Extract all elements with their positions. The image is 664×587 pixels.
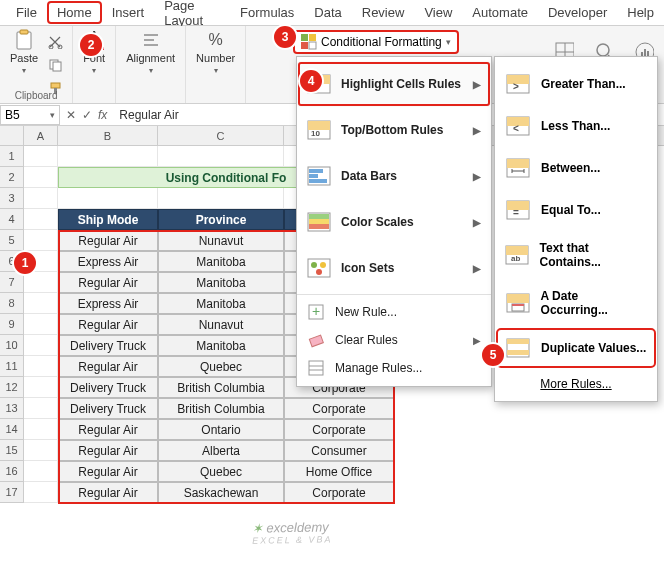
cell[interactable]: British Columbia	[158, 398, 284, 419]
cell[interactable]: Corporate	[284, 419, 394, 440]
row-header[interactable]: 17	[0, 482, 24, 503]
cell[interactable]: Alberta	[158, 440, 284, 461]
cell[interactable]	[24, 335, 58, 356]
submenu-duplicate-values[interactable]: Duplicate Values...	[495, 327, 657, 369]
cell[interactable]: Express Air	[58, 293, 158, 314]
col-header-a[interactable]: A	[24, 126, 58, 145]
row-header[interactable]: 14	[0, 419, 24, 440]
submenu-text-contains[interactable]: ab Text that Contains...	[495, 231, 657, 279]
menu-data-bars[interactable]: Data Bars ▶	[297, 153, 491, 199]
cell[interactable]	[24, 398, 58, 419]
tab-home[interactable]: Home	[47, 1, 102, 24]
cell[interactable]	[24, 314, 58, 335]
fx-enter-icon[interactable]: ✓	[82, 108, 92, 122]
cell[interactable]: Regular Air	[58, 230, 158, 251]
cell[interactable]: Corporate	[284, 482, 394, 503]
cell[interactable]	[24, 377, 58, 398]
cell[interactable]	[24, 461, 58, 482]
cell[interactable]: Saskachewan	[158, 482, 284, 503]
cell[interactable]	[24, 230, 58, 251]
cell[interactable]	[24, 293, 58, 314]
cell[interactable]: Regular Air	[58, 314, 158, 335]
cell[interactable]: Delivery Truck	[58, 398, 158, 419]
cell[interactable]: Regular Air	[58, 272, 158, 293]
cut-icon[interactable]	[46, 32, 66, 52]
cell[interactable]: Delivery Truck	[58, 335, 158, 356]
row-header[interactable]: 9	[0, 314, 24, 335]
cell[interactable]	[158, 146, 284, 167]
cell[interactable]: Quebec	[158, 461, 284, 482]
cell[interactable]: Ontario	[158, 419, 284, 440]
cell[interactable]: Regular Air	[58, 356, 158, 377]
cell[interactable]: Manitoba	[158, 251, 284, 272]
menu-highlight-cells-rules[interactable]: < Highlight Cells Rules ▶	[297, 61, 491, 107]
fx-icon[interactable]: fx	[98, 108, 107, 122]
copy-icon[interactable]	[46, 55, 66, 75]
cell[interactable]: Manitoba	[158, 335, 284, 356]
menu-color-scales[interactable]: Color Scales ▶	[297, 199, 491, 245]
tab-file[interactable]: File	[6, 1, 47, 24]
number-button[interactable]: % Number ▾	[192, 28, 239, 77]
row-header[interactable]: 15	[0, 440, 24, 461]
cell[interactable]	[158, 188, 284, 209]
tab-insert[interactable]: Insert	[102, 1, 155, 24]
row-header[interactable]: 8	[0, 293, 24, 314]
name-box[interactable]: B5▾	[0, 105, 60, 125]
cell[interactable]: Nunavut	[158, 314, 284, 335]
cell[interactable]	[24, 419, 58, 440]
cell[interactable]: Ship Mode	[58, 209, 158, 230]
menu-icon-sets[interactable]: Icon Sets ▶	[297, 245, 491, 291]
tab-help[interactable]: Help	[617, 1, 664, 24]
cell[interactable]: Express Air	[58, 251, 158, 272]
row-header[interactable]: 13	[0, 398, 24, 419]
row-header[interactable]: 7	[0, 272, 24, 293]
cell[interactable]	[24, 482, 58, 503]
row-header[interactable]: 12	[0, 377, 24, 398]
cell[interactable]: Quebec	[158, 356, 284, 377]
submenu-date-occurring[interactable]: A Date Occurring...	[495, 279, 657, 327]
fx-cancel-icon[interactable]: ✕	[66, 108, 76, 122]
submenu-less-than[interactable]: < Less Than...	[495, 105, 657, 147]
row-header[interactable]: 3	[0, 188, 24, 209]
row-header[interactable]: 1	[0, 146, 24, 167]
select-all-corner[interactable]	[0, 126, 24, 145]
alignment-button[interactable]: Alignment ▾	[122, 28, 179, 77]
cell[interactable]: Home Office	[284, 461, 394, 482]
tab-formulas[interactable]: Formulas	[230, 1, 304, 24]
cell[interactable]: Nunavut	[158, 230, 284, 251]
submenu-more-rules[interactable]: More Rules...	[495, 369, 657, 395]
conditional-formatting-button[interactable]: Conditional Formatting ▾	[293, 30, 459, 54]
cell[interactable]	[58, 146, 158, 167]
submenu-between[interactable]: Between...	[495, 147, 657, 189]
cell[interactable]: Province	[158, 209, 284, 230]
cell[interactable]: Regular Air	[58, 461, 158, 482]
cell[interactable]: Corporate	[284, 398, 394, 419]
menu-clear-rules[interactable]: Clear Rules ▶	[297, 326, 491, 354]
tab-automate[interactable]: Automate	[462, 1, 538, 24]
tab-developer[interactable]: Developer	[538, 1, 617, 24]
cell[interactable]	[58, 188, 158, 209]
cell[interactable]: British Columbia	[158, 377, 284, 398]
menu-top-bottom-rules[interactable]: 10 Top/Bottom Rules ▶	[297, 107, 491, 153]
row-header[interactable]: 5	[0, 230, 24, 251]
col-header-c[interactable]: C	[158, 126, 284, 145]
cell[interactable]	[24, 188, 58, 209]
cell[interactable]: Regular Air	[58, 482, 158, 503]
submenu-equal-to[interactable]: = Equal To...	[495, 189, 657, 231]
row-header[interactable]: 4	[0, 209, 24, 230]
cell[interactable]: Manitoba	[158, 293, 284, 314]
menu-new-rule[interactable]: + New Rule...	[297, 298, 491, 326]
row-header[interactable]: 11	[0, 356, 24, 377]
cell[interactable]: Regular Air	[58, 440, 158, 461]
submenu-greater-than[interactable]: > Greater Than...	[495, 63, 657, 105]
row-header[interactable]: 2	[0, 167, 24, 188]
cell[interactable]	[24, 146, 58, 167]
cell[interactable]	[24, 209, 58, 230]
cell[interactable]: Delivery Truck	[58, 377, 158, 398]
col-header-b[interactable]: B	[58, 126, 158, 145]
row-header[interactable]: 10	[0, 335, 24, 356]
cell[interactable]: Consumer	[284, 440, 394, 461]
cell[interactable]	[24, 356, 58, 377]
cell[interactable]: Regular Air	[58, 419, 158, 440]
cell[interactable]: Manitoba	[158, 272, 284, 293]
